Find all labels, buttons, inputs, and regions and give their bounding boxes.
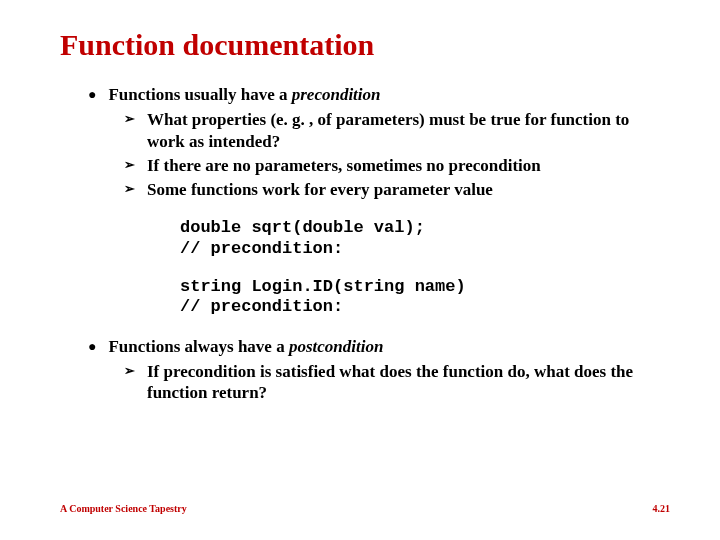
footer-right: 4.21: [653, 503, 671, 514]
code-login: string Login.ID(string name) // precondi…: [180, 277, 670, 318]
slide-title: Function documentation: [60, 28, 670, 62]
bullet-dot-icon: ●: [88, 84, 96, 105]
bullet-postcondition: ● Functions always have a postcondition: [88, 336, 670, 357]
subbullet: ➢ What properties (e. g. , of parameters…: [124, 109, 670, 152]
subbullet: ➢ If precondition is satisfied what does…: [124, 361, 670, 404]
bullet-precondition: ● Functions usually have a precondition: [88, 84, 670, 105]
subbullet: ➢ If there are no parameters, sometimes …: [124, 155, 670, 176]
subbullet-text: If precondition is satisfied what does t…: [147, 361, 670, 404]
slide: Function documentation ● Functions usual…: [0, 0, 720, 540]
footer-left: A Computer Science Tapestry: [60, 503, 187, 514]
code-sqrt: double sqrt(double val); // precondition…: [180, 218, 670, 259]
bullet-dot-icon: ●: [88, 336, 96, 357]
subbullet-text: Some functions work for every parameter …: [147, 179, 670, 200]
bullet-text: Functions always have a postcondition: [108, 336, 670, 357]
subbullet-text: If there are no parameters, sometimes no…: [147, 155, 670, 176]
subbullet-text: What properties (e. g. , of parameters) …: [147, 109, 670, 152]
subbullet: ➢ Some functions work for every paramete…: [124, 179, 670, 200]
bullet-text: Functions usually have a precondition: [108, 84, 670, 105]
arrow-icon: ➢: [124, 109, 135, 152]
arrow-icon: ➢: [124, 179, 135, 200]
arrow-icon: ➢: [124, 361, 135, 404]
footer: A Computer Science Tapestry 4.21: [60, 503, 670, 514]
arrow-icon: ➢: [124, 155, 135, 176]
